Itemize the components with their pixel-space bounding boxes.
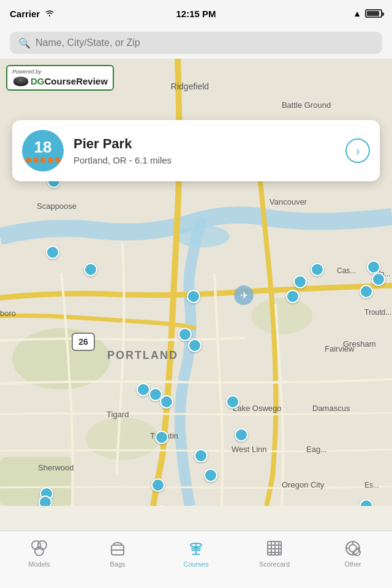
dot-3 — [40, 157, 46, 163]
status-right: ▲ — [353, 9, 382, 18]
courses-label: Courses — [184, 560, 209, 568]
dot-5 — [55, 157, 61, 163]
svg-text:Vancouver: Vancouver — [270, 197, 307, 206]
course-location: Portland, OR - 6.1 miles — [74, 155, 336, 165]
other-label: Other — [344, 560, 361, 568]
map-pin[interactable] — [39, 496, 52, 506]
status-bar: Carrier 12:15 PM ▲ — [0, 0, 392, 27]
course-card[interactable]: 18 Pier Park Portland, OR - 6.1 miles › — [12, 120, 380, 181]
svg-text:Troutd...: Troutd... — [364, 308, 391, 317]
search-input[interactable] — [36, 37, 374, 48]
map-pin[interactable] — [187, 290, 200, 303]
tab-other[interactable]: ? Other — [314, 536, 392, 568]
map-pin[interactable] — [293, 275, 307, 288]
map-pin[interactable] — [194, 449, 208, 462]
svg-text:Sherwood: Sherwood — [38, 463, 74, 472]
svg-text:26: 26 — [78, 337, 88, 347]
models-icon — [29, 538, 49, 558]
svg-text:?: ? — [356, 551, 358, 556]
map-pin[interactable] — [311, 263, 324, 276]
search-input-wrap[interactable]: 🔍 — [10, 32, 382, 54]
tab-scorecard[interactable]: Scorecard — [235, 536, 314, 568]
dg-brand: DGCourseReview — [12, 75, 108, 87]
battery-icon — [365, 9, 382, 18]
svg-text:PORTLAND: PORTLAND — [107, 349, 178, 361]
svg-text:✈: ✈ — [240, 290, 248, 301]
course-review-text: CourseReview — [45, 76, 108, 86]
map-pin[interactable] — [226, 395, 239, 409]
svg-point-5 — [86, 417, 159, 460]
courses-icon — [186, 538, 206, 558]
svg-point-42 — [18, 79, 23, 81]
models-label: Models — [28, 560, 50, 568]
scorecard-label: Scorecard — [259, 560, 290, 568]
search-icon: 🔍 — [18, 37, 31, 49]
bags-icon — [108, 538, 127, 558]
map-pin[interactable] — [204, 469, 217, 482]
map-pin[interactable] — [367, 260, 380, 274]
map-pin[interactable] — [137, 383, 150, 396]
map-container[interactable]: Ridgefield Battle Ground Scappoose Vanco… — [0, 59, 392, 506]
svg-text:Tigard: Tigard — [107, 410, 129, 419]
other-icon: ? — [343, 538, 363, 558]
dg-course-review-logo: Powered by DGCourseReview — [6, 65, 114, 91]
dot-2 — [33, 157, 39, 163]
rating-dots — [26, 157, 61, 163]
wifi-icon — [45, 9, 55, 19]
map-pin[interactable] — [286, 290, 300, 303]
map-pin[interactable] — [360, 499, 373, 506]
map-pin[interactable] — [235, 428, 248, 442]
dot-4 — [48, 157, 53, 163]
map-pin[interactable] — [155, 431, 168, 444]
svg-text:Es...: Es... — [364, 481, 379, 489]
svg-text:Cas...: Cas... — [337, 266, 356, 275]
svg-text:Eag...: Eag... — [306, 445, 327, 454]
tab-bar: Models Bags Courses — [0, 530, 392, 588]
search-bar: 🔍 — [0, 27, 392, 59]
map-pin[interactable] — [188, 339, 202, 352]
svg-text:Oregon City: Oregon City — [282, 480, 325, 489]
svg-text:Scappoose: Scappoose — [37, 202, 77, 211]
map-pin[interactable] — [360, 285, 373, 298]
svg-text:Damascus: Damascus — [312, 404, 350, 413]
location-arrow-icon: ▲ — [353, 9, 361, 18]
map-pin[interactable] — [84, 263, 97, 276]
disc-icon — [12, 75, 29, 87]
svg-text:West Linn: West Linn — [232, 445, 267, 454]
dg-text: DG — [31, 76, 45, 86]
svg-text:Gresham: Gresham — [343, 339, 375, 349]
svg-point-2 — [175, 225, 230, 247]
svg-point-0 — [49, 15, 50, 16]
svg-point-4 — [251, 298, 312, 334]
course-info: Pier Park Portland, OR - 6.1 miles — [74, 136, 336, 165]
tab-models[interactable]: Models — [0, 536, 78, 568]
course-detail-button[interactable]: › — [345, 138, 370, 163]
time-display: 12:15 PM — [176, 9, 216, 19]
tab-bags[interactable]: Bags — [78, 536, 157, 568]
scorecard-icon — [265, 538, 284, 558]
carrier-label: Carrier — [10, 9, 55, 19]
svg-text:Battle Ground: Battle Ground — [282, 100, 331, 110]
bags-label: Bags — [110, 560, 125, 568]
tab-courses[interactable]: Courses — [157, 536, 235, 568]
svg-text:boro: boro — [0, 309, 16, 318]
map-pin[interactable] — [46, 246, 59, 259]
course-badge: 18 — [22, 130, 64, 172]
svg-text:Lake Oswego: Lake Oswego — [233, 404, 282, 413]
svg-text:Ridgefield: Ridgefield — [171, 81, 209, 91]
map-pin[interactable] — [155, 505, 168, 506]
map-pin[interactable] — [372, 273, 385, 286]
carrier-text: Carrier — [10, 9, 40, 19]
hole-count: 18 — [34, 139, 52, 155]
map-pin[interactable] — [151, 478, 165, 492]
course-name: Pier Park — [74, 136, 336, 152]
dot-1 — [26, 157, 31, 163]
powered-by-text: Powered by — [12, 69, 42, 75]
map-pin[interactable] — [160, 395, 173, 409]
